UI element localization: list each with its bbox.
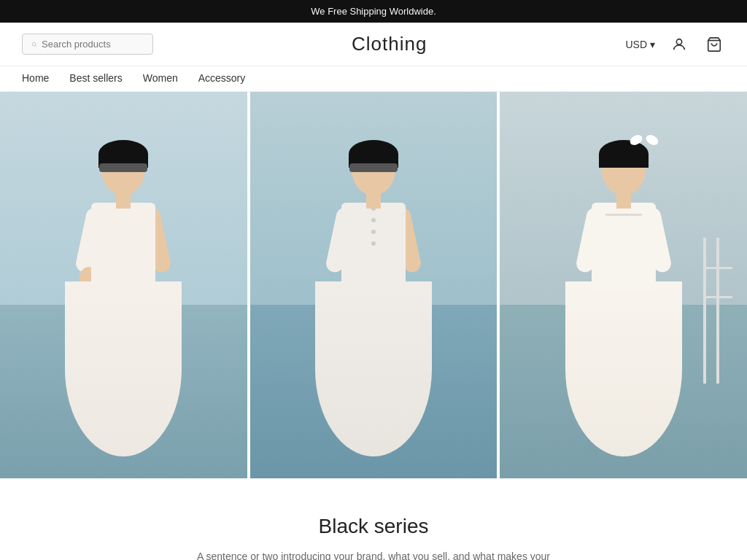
cart-icon: [706, 36, 722, 52]
below-hero-section: Black series A sentence or two introduci…: [0, 478, 747, 560]
header: Clothing USD ▾: [0, 23, 747, 66]
dress-buttons: [371, 206, 376, 246]
nav-women[interactable]: Women: [143, 72, 178, 84]
svg-point-2: [676, 39, 681, 44]
hero-section: [0, 92, 747, 478]
currency-arrow: ▾: [650, 39, 655, 50]
account-button[interactable]: [668, 34, 690, 55]
nav: Home Best sellers Women Accessory: [0, 66, 747, 92]
banner-text: We Free Shipping Worldwide.: [311, 6, 436, 17]
figure-1: [50, 121, 196, 478]
search-input[interactable]: [42, 39, 144, 50]
header-actions: USD ▾: [625, 34, 725, 55]
top-banner: We Free Shipping Worldwide.: [0, 0, 747, 23]
svg-line-1: [36, 45, 37, 47]
currency-selector[interactable]: USD ▾: [625, 39, 655, 50]
site-title: Clothing: [352, 33, 427, 55]
section-title: Black series: [22, 515, 725, 538]
hero-panel-1: [0, 92, 247, 478]
svg-point-0: [32, 42, 36, 46]
fence-prop: [703, 238, 732, 384]
nav-best-sellers[interactable]: Best sellers: [69, 72, 122, 84]
hero-panel-2: [247, 92, 498, 478]
nav-home[interactable]: Home: [22, 72, 49, 84]
search-box[interactable]: [22, 34, 153, 55]
figure-3: [551, 121, 697, 478]
hero-panel-3: [497, 92, 747, 478]
currency-label: USD: [625, 39, 647, 50]
cart-button[interactable]: [703, 34, 725, 55]
user-icon: [671, 36, 687, 52]
hair-bow: [630, 134, 659, 147]
search-icon: [31, 39, 37, 50]
figure-2: [301, 121, 446, 478]
nav-accessory[interactable]: Accessory: [198, 72, 246, 84]
section-subtitle: A sentence or two introducing your brand…: [191, 548, 556, 560]
